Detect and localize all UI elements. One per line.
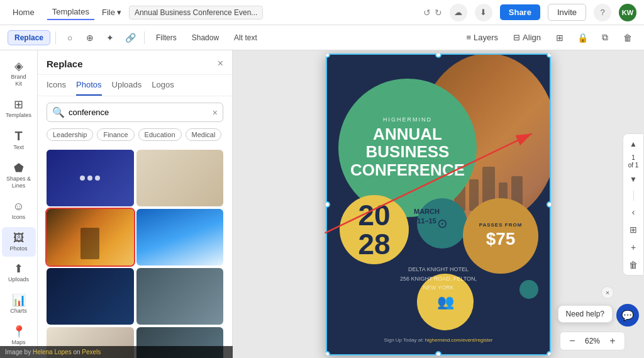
alt-text-button[interactable]: Alt text (228, 31, 264, 45)
zoom-bar: − 62% + (560, 332, 625, 350)
sidebar-label-photos: Photos (9, 245, 27, 252)
tab-icons[interactable]: Icons (47, 75, 66, 96)
shadow-button[interactable]: Shadow (186, 31, 225, 45)
handle-top-right[interactable] (547, 53, 551, 58)
poster-dates: MARCH 11–15 (414, 207, 440, 227)
filter-finance[interactable]: Finance (97, 128, 134, 141)
photo-item-2[interactable] (136, 150, 224, 206)
attribution-author-link[interactable]: Helena Lopes (38, 349, 72, 355)
poster-year: 20 28 (358, 201, 390, 259)
sidebar-label-icons: Icons (12, 214, 26, 221)
home-button[interactable]: Home (8, 5, 40, 20)
templates-icon: ⊞ (14, 99, 23, 110)
poster-footer: Sign Up Today at: highermind.com/event/r… (326, 337, 551, 343)
poster-canvas[interactable]: HIGHERMIND ANNUAL BUSINESS CONFERENCE 20… (326, 53, 551, 355)
crop-tool-button[interactable]: ⊕ (81, 29, 99, 47)
photo-item-4[interactable] (136, 209, 224, 266)
sidebar-item-brand-kit[interactable]: ◈ BrandKit (2, 55, 36, 92)
canvas-area[interactable]: HIGHERMIND ANNUAL BUSINESS CONFERENCE 20… (233, 50, 644, 358)
sidebar-item-text[interactable]: T Text (2, 125, 36, 156)
grid-view-button[interactable]: ⊞ (551, 29, 569, 47)
help-icon-button[interactable]: ? (594, 4, 611, 21)
uploads-icon: ⬆ (14, 263, 23, 274)
photo-item-5[interactable] (47, 268, 134, 325)
poster-passes-label: PASSES FROM (479, 222, 523, 228)
handle-bottom-left[interactable] (326, 351, 330, 355)
handle-bottom-mid[interactable] (435, 351, 441, 355)
help-bubble: Need help? (558, 305, 613, 323)
poster-yellow-circle: 20 28 (340, 195, 409, 264)
top-bar: Home Templates File ▾ Annual Business Co… (0, 0, 644, 25)
photos-icon: 🖼 (13, 232, 25, 243)
handle-bottom-right[interactable] (547, 351, 551, 355)
page-number-display: 1 of 1 (628, 154, 639, 169)
page-nav-down-button[interactable]: ▼ (626, 172, 641, 187)
zoom-in-button[interactable]: + (606, 334, 619, 348)
sidebar-item-charts[interactable]: 📊 Charts (2, 289, 36, 320)
photo-1-content (47, 150, 134, 206)
download-button[interactable]: ⬇ (475, 4, 492, 21)
poster-green-circle: HIGHERMIND ANNUAL BUSINESS CONFERENCE (338, 79, 477, 217)
circle-tool-button[interactable]: ○ (61, 29, 79, 47)
replace-button[interactable]: Replace (8, 30, 50, 45)
sidebar-label-shapes: Shapes &Lines (6, 176, 31, 189)
poster-price: $75 (486, 229, 516, 249)
page-nav-copy-button[interactable]: ⊞ (626, 222, 641, 237)
page-nav-up-button[interactable]: ▲ (626, 137, 641, 152)
delete-button[interactable]: 🗑 (619, 29, 636, 47)
main-layout: ◈ BrandKit ⊞ Templates T Text ⬟ Shapes &… (0, 50, 644, 358)
poster-location: DELTA KNIGHT HOTEL 256 KNIGHT ROAD, FELT… (326, 265, 551, 292)
handle-top-left[interactable] (326, 53, 330, 58)
layers-button[interactable]: ≡ Layers (461, 30, 503, 45)
tab-photos[interactable]: Photos (76, 75, 101, 96)
sidebar-item-icons[interactable]: ☺ Icons (2, 196, 36, 226)
align-icon: ⊟ (513, 33, 520, 42)
tab-uploads[interactable]: Uploads (112, 75, 142, 96)
search-input[interactable] (69, 108, 209, 117)
help-close-button[interactable]: × (601, 286, 614, 299)
toolbar-separator-1 (55, 31, 56, 44)
sidebar-item-uploads[interactable]: ⬆ Uploads (2, 258, 36, 288)
page-nav-delete-button[interactable]: 🗑 (626, 257, 641, 272)
zoom-out-button[interactable]: − (565, 334, 579, 348)
lock-button[interactable]: 🔒 (574, 29, 591, 47)
tab-logos[interactable]: Logos (152, 75, 174, 96)
filter-education[interactable]: Education (138, 128, 182, 141)
sidebar-item-photos[interactable]: 🖼 Photos (2, 227, 36, 257)
photo-item-3[interactable] (47, 209, 134, 266)
align-button[interactable]: ⊟ Align (508, 30, 546, 45)
document-title[interactable]: Annual Business Conference Even... (129, 6, 263, 20)
photo-item-6[interactable] (136, 268, 224, 325)
cloud-save-button[interactable]: ☁ (450, 4, 467, 21)
page-nav-collapse-button[interactable]: ‹ (626, 204, 641, 220)
shapes-icon: ⬟ (14, 162, 24, 174)
file-menu[interactable]: File ▾ (102, 8, 121, 17)
filters-button[interactable]: Filters (150, 31, 183, 45)
photo-4-content (136, 209, 224, 266)
page-nav-add-button[interactable]: + (626, 240, 641, 255)
avatar[interactable]: KW (619, 4, 636, 21)
help-chat-button[interactable]: 💬 (616, 304, 639, 327)
filter-medical[interactable]: Medical (186, 128, 222, 141)
handle-top-mid[interactable] (435, 53, 441, 58)
effects-tool-button[interactable]: ✦ (101, 29, 119, 47)
link-tool-button[interactable]: 🔗 (121, 29, 139, 47)
sidebar-item-shapes[interactable]: ⬟ Shapes &Lines (2, 157, 36, 194)
invite-button[interactable]: Invite (548, 4, 586, 21)
attribution-source-link[interactable]: Pexels (82, 349, 101, 355)
replace-panel-close-button[interactable]: × (218, 58, 223, 69)
handle-left-mid[interactable] (326, 201, 330, 208)
undo-button[interactable]: ↺ (423, 8, 431, 18)
sidebar-item-templates[interactable]: ⊞ Templates (2, 94, 36, 124)
redo-button[interactable]: ↻ (435, 8, 442, 18)
share-button[interactable]: Share (500, 4, 540, 20)
search-clear-button[interactable]: × (213, 108, 218, 118)
copy-button[interactable]: ⧉ (596, 29, 614, 47)
filter-leadership[interactable]: Leadership (47, 128, 93, 141)
photo-item-1[interactable] (47, 150, 134, 206)
templates-tab[interactable]: Templates (47, 4, 94, 20)
sidebar-label-charts: Charts (10, 308, 27, 315)
photo-2-content (136, 150, 224, 206)
replace-panel-header: Replace × (38, 50, 232, 75)
icons-icon: ☺ (13, 201, 24, 212)
